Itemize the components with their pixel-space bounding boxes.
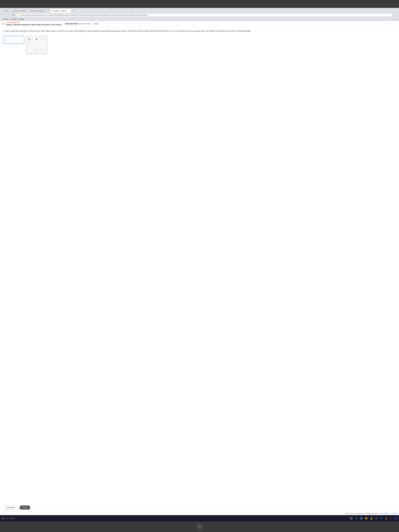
office-icon[interactable]: O xyxy=(390,516,393,520)
taskbar: ere to search e xyxy=(0,515,399,521)
svg-rect-7 xyxy=(351,517,352,518)
user-button[interactable]: Linds xyxy=(92,22,100,25)
bottom-bezel: hp xyxy=(0,521,399,532)
dropbox-icon[interactable] xyxy=(380,516,383,520)
check-button[interactable]: Check xyxy=(19,506,30,510)
svg-rect-9 xyxy=(351,518,352,519)
footer-divider: | xyxy=(390,513,391,514)
svg-rect-3 xyxy=(36,38,37,39)
subscript-8: 8 xyxy=(36,31,37,32)
address-bar[interactable]: 🔒 www-awn.aleks.com/alekscgi/x/lsl.exe/1… xyxy=(16,14,392,17)
new-tab-button[interactable]: + xyxy=(72,9,76,13)
svg-rect-0 xyxy=(29,38,30,39)
bookmark-maps[interactable]: 🗺 Maps xyxy=(19,18,25,20)
tab-bar: s - UNF × ALEKS Chemistry × McGraw-Hill … xyxy=(1,9,398,13)
svg-rect-2 xyxy=(29,39,30,40)
search-circle-icon xyxy=(2,517,4,519)
subscript-18: 18 xyxy=(38,31,40,32)
answer-section: | □ xyxy=(3,36,396,54)
terms-of-use-link[interactable]: Terms of Use xyxy=(380,513,389,514)
problem-area: A major component of gasoline is octane … xyxy=(0,27,399,503)
aleks-topbar: ☰ STOICHIOMETRY Using a chemical equatio… xyxy=(0,21,399,27)
math-row-2: □□ xyxy=(28,42,45,46)
chrome-icon[interactable] xyxy=(359,516,363,520)
svg-rect-5 xyxy=(36,39,37,40)
explanation-button[interactable]: Explanation xyxy=(3,505,18,510)
edge-icon[interactable]: e xyxy=(355,516,358,520)
browser-chrome: s - UNF × ALEKS Chemistry × McGraw-Hill … xyxy=(0,8,399,21)
math-bottom-row: × ↺ ? xyxy=(28,49,45,53)
copyright-text: © 2021 McGraw-Hill Education. All Rights… xyxy=(345,513,379,514)
extensions-button[interactable]: ⋮ xyxy=(393,13,397,17)
tab-aleks-chemistry[interactable]: ALEKS Chemistry × xyxy=(12,9,29,13)
answer-input[interactable]: | xyxy=(3,36,24,44)
svg-rect-6 xyxy=(350,517,351,518)
progress-bar-6 xyxy=(87,23,91,24)
bottom-buttons: Explanation Check xyxy=(0,503,399,512)
aleks-footer: © 2021 McGraw-Hill Education. All Rights… xyxy=(0,512,399,515)
lock-icon: 🔒 xyxy=(18,14,20,16)
mail-icon[interactable]: ✉ xyxy=(374,516,378,520)
tab-aleks-learn[interactable]: A ALEKS - Lindsay Brooks - Learn × xyxy=(50,9,71,13)
question-icon[interactable]: ? xyxy=(394,517,397,520)
taskbar-search[interactable]: ere to search xyxy=(2,517,15,519)
youtube-icon: ▶ xyxy=(10,18,11,20)
gmail-icon: ✉ xyxy=(3,18,4,20)
bookmarks-bar: ✉ Gmail ▶ YouTube 🗺 Maps xyxy=(1,18,398,21)
math-toolbar: □ □·□ □□ xyxy=(26,36,47,54)
taskbar-system-icons: e 🔒 ✉ xyxy=(349,516,397,520)
svg-rect-8 xyxy=(350,518,351,519)
undo-button[interactable]: ↺ xyxy=(33,49,38,53)
aleks-tab-icon: A xyxy=(52,10,53,12)
progress-bar-1 xyxy=(65,23,69,24)
tab-close-icon[interactable]: × xyxy=(47,10,48,12)
tab-close-icon[interactable]: × xyxy=(9,10,10,12)
help-button[interactable]: ? xyxy=(39,49,43,53)
aleks-content: ☰ STOICHIOMETRY Using a chemical equatio… xyxy=(0,21,399,515)
clear-button[interactable]: × xyxy=(28,49,32,53)
decimal-button[interactable]: □·□ xyxy=(41,37,45,41)
tab-mcgrawhill[interactable]: McGraw-Hill Education Campus × xyxy=(29,9,50,13)
menu-icon[interactable]: ☰ xyxy=(2,22,4,25)
back-button[interactable]: ← xyxy=(2,13,6,17)
progress-bar-3 xyxy=(74,23,78,24)
progress-bar-5 xyxy=(82,23,86,24)
tab-s-unf[interactable]: s - UNF × xyxy=(1,9,12,13)
fraction-button[interactable] xyxy=(28,37,32,41)
superscript-button[interactable]: □□ xyxy=(28,42,32,46)
refresh-button[interactable]: ↻ xyxy=(12,13,15,17)
mixed-number-button[interactable]: □ xyxy=(33,37,40,41)
files-icon[interactable] xyxy=(364,516,368,520)
problem-text: A major component of gasoline is octane … xyxy=(3,30,396,33)
bookmark-youtube[interactable]: ▶ YouTube xyxy=(10,18,17,20)
taskview-icon[interactable] xyxy=(349,516,353,520)
tab-close-icon[interactable]: × xyxy=(26,10,27,12)
progress-bar-2 xyxy=(69,23,73,24)
privacy-link[interactable]: Privacy xyxy=(392,513,397,514)
section-label: STOICHIOMETRY xyxy=(6,22,63,23)
tab-close-icon[interactable]: × xyxy=(69,10,70,12)
bookmark-gmail[interactable]: ✉ Gmail xyxy=(3,18,8,20)
math-row-1: □ □·□ xyxy=(28,37,45,41)
math-divider xyxy=(28,47,45,48)
progress-bars xyxy=(65,23,91,24)
cursor-icon: | xyxy=(5,38,5,41)
address-bar-row: ← → ↻ 🔒 www-awn.aleks.com/alekscgi/x/lsl… xyxy=(1,13,398,18)
lock-icon[interactable]: 🔒 xyxy=(369,516,373,520)
maps-icon: 🗺 xyxy=(19,18,21,20)
subscript-2: 2 xyxy=(86,31,86,32)
progress-bar-4 xyxy=(78,23,82,24)
hp-logo: hp xyxy=(196,523,203,530)
forward-button[interactable]: → xyxy=(7,13,11,17)
taskbar-search-text: ere to search xyxy=(5,517,15,519)
lightning-icon[interactable]: ⚡ xyxy=(385,516,388,520)
problem-title: Using a chemical equation to find moles … xyxy=(6,24,63,26)
